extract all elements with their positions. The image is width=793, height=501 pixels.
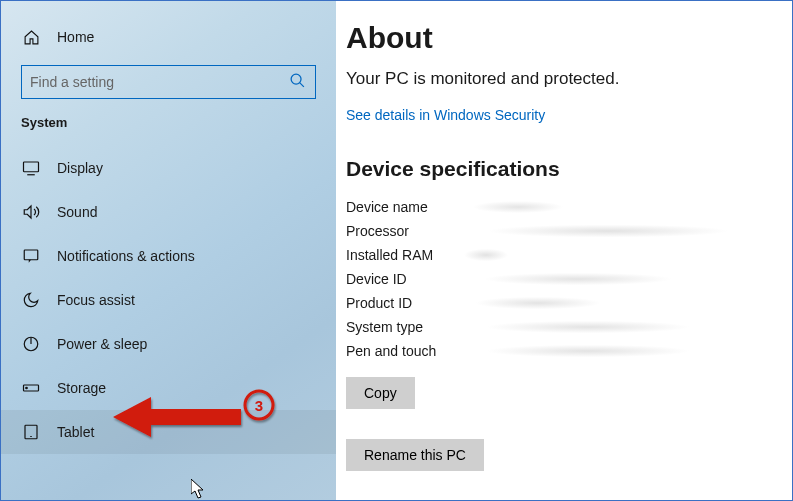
power-icon: [21, 335, 41, 353]
spec-value-redacted: [458, 344, 772, 358]
sidebar-item-label: Display: [57, 160, 103, 176]
sidebar-item-label: Notifications & actions: [57, 248, 195, 264]
page-title: About: [346, 21, 772, 55]
spec-label: Device name: [346, 199, 458, 215]
spec-label: Processor: [346, 223, 458, 239]
security-details-link[interactable]: See details in Windows Security: [346, 107, 772, 123]
cursor-icon: [191, 479, 207, 499]
security-status: Your PC is monitored and protected.: [346, 69, 772, 89]
sidebar-item-label: Storage: [57, 380, 106, 396]
sidebar-item-focus-assist[interactable]: Focus assist: [1, 278, 336, 322]
sidebar-item-power-sleep[interactable]: Power & sleep: [1, 322, 336, 366]
spec-value-redacted: [458, 296, 772, 310]
device-specs-heading: Device specifications: [346, 157, 772, 181]
storage-icon: [21, 379, 41, 397]
svg-point-9: [26, 387, 28, 389]
sidebar-home[interactable]: Home: [1, 19, 336, 55]
search-input[interactable]: [21, 65, 316, 99]
copy-button[interactable]: Copy: [346, 377, 415, 409]
sidebar-item-label: Power & sleep: [57, 336, 147, 352]
sidebar-section-label: System: [1, 109, 336, 146]
spec-row: System type: [346, 315, 772, 339]
settings-main: About Your PC is monitored and protected…: [336, 1, 792, 500]
spec-row: Pen and touch: [346, 339, 772, 363]
sound-icon: [21, 203, 41, 221]
search-container: [1, 65, 336, 109]
spec-row: Installed RAM: [346, 243, 772, 267]
settings-sidebar: Home System Display Sound Notifications …: [1, 1, 336, 500]
spec-label: Product ID: [346, 295, 458, 311]
spec-label: Pen and touch: [346, 343, 458, 359]
svg-marker-4: [24, 206, 31, 218]
spec-row: Device name: [346, 195, 772, 219]
display-icon: [21, 159, 41, 177]
sidebar-item-display[interactable]: Display: [1, 146, 336, 190]
focus-assist-icon: [21, 291, 41, 309]
rename-pc-button[interactable]: Rename this PC: [346, 439, 484, 471]
spec-label: System type: [346, 319, 458, 335]
spec-label: Device ID: [346, 271, 458, 287]
spec-value-redacted: [458, 224, 772, 238]
spec-row: Product ID: [346, 291, 772, 315]
sidebar-home-label: Home: [57, 29, 94, 45]
sidebar-item-sound[interactable]: Sound: [1, 190, 336, 234]
tablet-icon: [21, 423, 41, 441]
spec-value-redacted: [458, 272, 772, 286]
home-icon: [21, 29, 41, 46]
sidebar-item-label: Focus assist: [57, 292, 135, 308]
spec-value-redacted: [458, 200, 772, 214]
spec-value-redacted: [458, 320, 772, 334]
spec-row: Processor: [346, 219, 772, 243]
svg-rect-5: [24, 250, 38, 260]
sidebar-item-storage[interactable]: Storage: [1, 366, 336, 410]
spec-row: Device ID: [346, 267, 772, 291]
spec-label: Installed RAM: [346, 247, 458, 263]
sidebar-item-label: Sound: [57, 204, 97, 220]
svg-rect-2: [24, 162, 39, 172]
notifications-icon: [21, 247, 41, 265]
sidebar-item-label: Tablet: [57, 424, 94, 440]
sidebar-item-tablet[interactable]: Tablet: [1, 410, 336, 454]
sidebar-item-notifications[interactable]: Notifications & actions: [1, 234, 336, 278]
spec-value-redacted: [458, 248, 772, 262]
